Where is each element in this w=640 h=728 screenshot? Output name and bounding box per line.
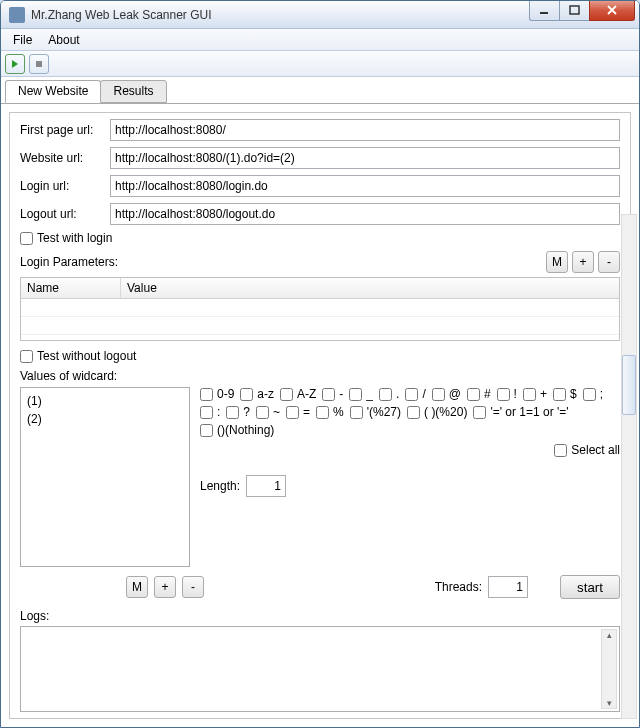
titlebar[interactable]: Mr.Zhang Web Leak Scanner GUI xyxy=(1,1,639,29)
wildcard-checkbox[interactable] xyxy=(286,406,299,419)
wildcard-checkbox[interactable] xyxy=(379,388,392,401)
wildcard-check-label: ; xyxy=(600,387,603,401)
wildcard-check-label: = xyxy=(303,405,310,419)
wildcard-check[interactable]: ( )(%20) xyxy=(407,405,467,419)
wildcard-check[interactable]: ; xyxy=(583,387,603,401)
wildcard-checkbox[interactable] xyxy=(467,388,480,401)
maximize-button[interactable] xyxy=(559,1,589,21)
wildcard-checkbox[interactable] xyxy=(200,388,213,401)
menu-about[interactable]: About xyxy=(40,31,87,49)
wildcard-check-label: + xyxy=(540,387,547,401)
wildcard-checkbox[interactable] xyxy=(553,388,566,401)
wildcard-list[interactable]: (1) (2) xyxy=(20,387,190,567)
length-input[interactable] xyxy=(246,475,286,497)
wildcard-check[interactable]: ~ xyxy=(256,405,280,419)
wildcard-check[interactable]: . xyxy=(379,387,399,401)
wildcard-checkbox[interactable] xyxy=(200,424,213,437)
wildcard-check[interactable]: + xyxy=(523,387,547,401)
wildcard-check[interactable]: ? xyxy=(226,405,250,419)
wildcard-check[interactable]: = xyxy=(286,405,310,419)
threads-label: Threads: xyxy=(435,580,482,594)
wildcard-item[interactable]: (1) xyxy=(27,392,183,410)
wildcard-checkbox[interactable] xyxy=(473,406,486,419)
logs-textarea[interactable] xyxy=(20,626,620,712)
menubar: File About xyxy=(1,29,639,51)
close-button[interactable] xyxy=(589,1,635,21)
website-url-label: Website url: xyxy=(20,151,104,165)
tabs: New Website Results xyxy=(1,77,639,104)
wildcard-check[interactable]: _ xyxy=(349,387,373,401)
wildcard-check[interactable]: '=' or 1=1 or '=' xyxy=(473,405,568,419)
test-with-login-label: Test with login xyxy=(37,231,112,245)
wildcard-checkbox[interactable] xyxy=(226,406,239,419)
wildcard-check[interactable]: ()(Nothing) xyxy=(200,423,274,437)
params-add-button[interactable]: + xyxy=(572,251,594,273)
wildcard-checkbox[interactable] xyxy=(432,388,445,401)
wildcard-checkbox[interactable] xyxy=(316,406,329,419)
wildcard-check[interactable]: / xyxy=(405,387,425,401)
run-button[interactable] xyxy=(5,54,25,74)
wildcard-checkbox[interactable] xyxy=(583,388,596,401)
wildcard-check[interactable]: '(%27) xyxy=(350,405,401,419)
threads-input[interactable] xyxy=(488,576,528,598)
wildcard-check-label: ~ xyxy=(273,405,280,419)
login-params-table[interactable]: Name Value xyxy=(20,277,620,341)
wildcard-checkbox[interactable] xyxy=(280,388,293,401)
wildcard-checkbox[interactable] xyxy=(405,388,418,401)
stop-button[interactable] xyxy=(29,54,49,74)
wildcard-check[interactable]: a-z xyxy=(240,387,274,401)
wildcard-check[interactable]: $ xyxy=(553,387,577,401)
test-without-logout-label: Test without logout xyxy=(37,349,136,363)
select-all-checkbox[interactable] xyxy=(554,444,567,457)
svg-rect-1 xyxy=(570,6,579,14)
wildcard-checkbox[interactable] xyxy=(349,388,362,401)
wildcard-check-label: ? xyxy=(243,405,250,419)
wildcard-checkbox[interactable] xyxy=(200,406,213,419)
wc-m-button[interactable]: M xyxy=(126,576,148,598)
params-m-button[interactable]: M xyxy=(546,251,568,273)
tab-results[interactable]: Results xyxy=(100,80,166,103)
wildcard-check[interactable]: ! xyxy=(497,387,517,401)
wildcard-check[interactable]: 0-9 xyxy=(200,387,234,401)
wildcard-check[interactable]: : xyxy=(200,405,220,419)
col-name: Name xyxy=(21,278,121,298)
app-icon xyxy=(9,7,25,23)
wildcard-check-label: '=' or 1=1 or '=' xyxy=(490,405,568,419)
website-url-input[interactable] xyxy=(110,147,620,169)
wildcard-item[interactable]: (2) xyxy=(27,410,183,428)
wildcard-checkbox[interactable] xyxy=(256,406,269,419)
wildcard-check-label: A-Z xyxy=(297,387,316,401)
test-with-login-checkbox[interactable] xyxy=(20,232,33,245)
wildcard-check-label: @ xyxy=(449,387,461,401)
test-without-logout-checkbox[interactable] xyxy=(20,350,33,363)
wildcard-checkbox[interactable] xyxy=(350,406,363,419)
wildcard-check-label: ()(Nothing) xyxy=(217,423,274,437)
start-button[interactable]: start xyxy=(560,575,620,599)
logs-scrollbar[interactable] xyxy=(601,629,617,709)
first-page-input[interactable] xyxy=(110,119,620,141)
wc-remove-button[interactable]: - xyxy=(182,576,204,598)
wildcard-check[interactable]: - xyxy=(322,387,343,401)
logout-url-input[interactable] xyxy=(110,203,620,225)
wildcard-check[interactable]: # xyxy=(467,387,491,401)
minimize-button[interactable] xyxy=(529,1,559,21)
menu-file[interactable]: File xyxy=(5,31,40,49)
wildcard-checkbox[interactable] xyxy=(407,406,420,419)
wildcard-label: Values of widcard: xyxy=(20,369,620,383)
wildcard-checkbox[interactable] xyxy=(523,388,536,401)
wildcard-check[interactable]: % xyxy=(316,405,344,419)
main-scrollbar[interactable] xyxy=(621,214,637,719)
wildcard-checkbox[interactable] xyxy=(240,388,253,401)
tab-new-website[interactable]: New Website xyxy=(5,80,101,103)
app-window: Mr.Zhang Web Leak Scanner GUI File About… xyxy=(0,0,640,728)
select-all-label: Select all xyxy=(571,443,620,457)
wc-add-button[interactable]: + xyxy=(154,576,176,598)
params-remove-button[interactable]: - xyxy=(598,251,620,273)
login-url-input[interactable] xyxy=(110,175,620,197)
wildcard-checkbox[interactable] xyxy=(322,388,335,401)
wildcard-check[interactable]: @ xyxy=(432,387,461,401)
wildcard-check[interactable]: A-Z xyxy=(280,387,316,401)
content: First page url: Website url: Login url: … xyxy=(1,104,639,727)
login-url-label: Login url: xyxy=(20,179,104,193)
wildcard-checkbox[interactable] xyxy=(497,388,510,401)
